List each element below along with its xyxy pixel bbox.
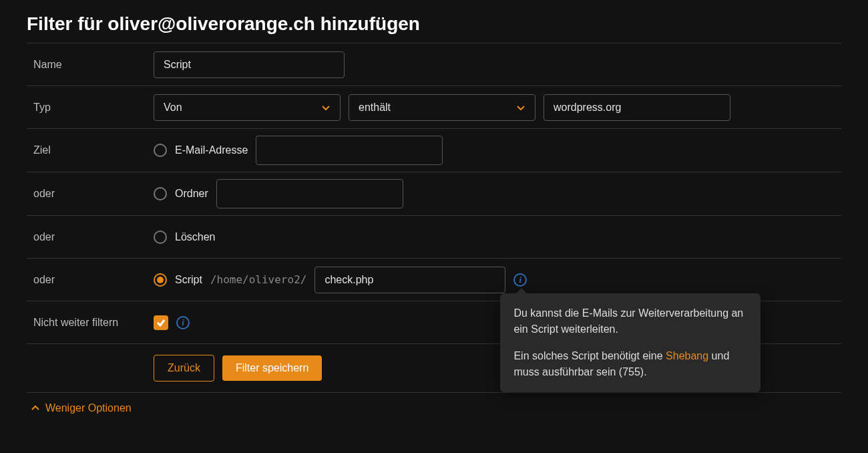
label-no-further: Nicht weiter filtern — [27, 317, 154, 329]
row-name: Name — [27, 43, 841, 86]
type-value-input[interactable] — [544, 94, 730, 121]
tooltip-p2-a: Ein solches Script benötigt eine — [513, 350, 666, 361]
shebang-link[interactable]: Shebang — [666, 350, 708, 361]
email-input[interactable] — [256, 136, 443, 165]
radio-folder-label: Ordner — [175, 188, 208, 200]
type-from-select[interactable]: Von — [154, 94, 341, 121]
no-further-checkbox[interactable] — [154, 315, 168, 330]
page-title: Filter für oliver@oliverorange.ch hinzuf… — [27, 13, 841, 35]
info-icon[interactable]: i — [176, 316, 190, 329]
type-match-value: enthält — [359, 102, 391, 114]
chevron-down-icon — [516, 103, 525, 112]
radio-folder[interactable] — [154, 187, 167, 200]
label-or3: oder — [27, 274, 154, 286]
label-name: Name — [27, 59, 154, 71]
row-target-folder: oder Ordner — [27, 172, 841, 216]
less-options-label: Weniger Optionen — [45, 402, 132, 414]
row-target-script: oder Script /home/olivero2/ i Du kannst … — [27, 259, 841, 301]
radio-email[interactable] — [154, 144, 167, 157]
row-type: Typ Von enthält — [27, 86, 841, 129]
row-target-email: Ziel E-Mail-Adresse — [27, 129, 841, 172]
label-or1: oder — [27, 188, 154, 200]
radio-script[interactable] — [154, 273, 167, 287]
chevron-down-icon — [321, 103, 331, 112]
filter-form: Name Typ Von enthält Ziel E-Mail-Adresse — [27, 43, 841, 393]
radio-delete-label: Löschen — [175, 231, 216, 243]
back-button[interactable]: Zurück — [154, 355, 214, 382]
type-from-value: Von — [164, 102, 182, 114]
script-tooltip: Du kannst die E-Mails zur Weiterverarbei… — [500, 293, 761, 392]
chevron-up-icon — [31, 404, 40, 413]
save-button[interactable]: Filter speichern — [222, 355, 322, 381]
tooltip-p1: Du kannst die E-Mails zur Weiterverarbei… — [513, 305, 747, 337]
label-type: Typ — [27, 102, 154, 114]
less-options-toggle[interactable]: Weniger Optionen — [27, 402, 132, 414]
type-match-select[interactable]: enthält — [349, 94, 535, 121]
radio-delete[interactable] — [154, 231, 167, 244]
label-target: Ziel — [27, 144, 154, 156]
info-icon[interactable]: i — [513, 273, 527, 287]
row-target-delete: oder Löschen — [27, 216, 841, 259]
tooltip-p2: Ein solches Script benötigt eine Shebang… — [513, 348, 747, 380]
name-input[interactable] — [154, 51, 345, 78]
script-input[interactable] — [314, 267, 505, 293]
radio-script-label: Script — [175, 274, 202, 286]
label-or2: oder — [27, 231, 154, 243]
script-path-prefix: /home/olivero2/ — [210, 273, 307, 286]
radio-email-label: E-Mail-Adresse — [175, 144, 248, 156]
folder-input[interactable] — [216, 179, 403, 208]
